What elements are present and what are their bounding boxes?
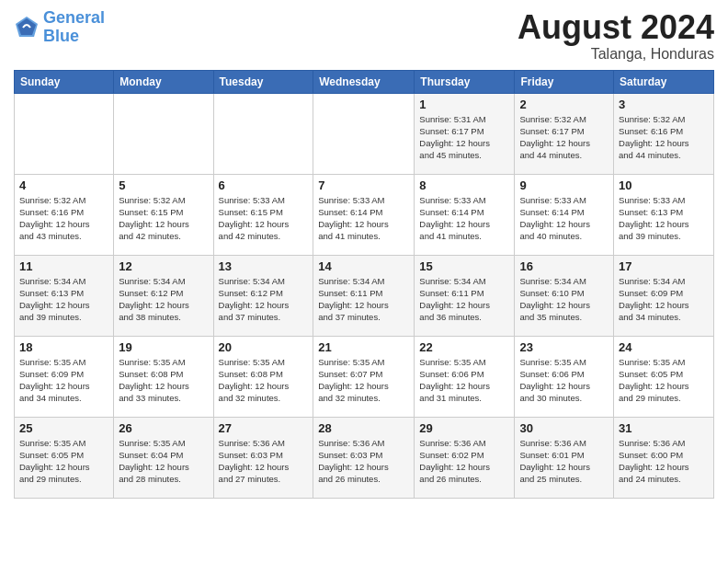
day-cell: 17Sunrise: 5:34 AM Sunset: 6:09 PM Dayli… — [614, 255, 714, 336]
day-cell: 22Sunrise: 5:35 AM Sunset: 6:06 PM Dayli… — [415, 336, 515, 417]
col-monday: Monday — [114, 70, 213, 93]
week-row-4: 18Sunrise: 5:35 AM Sunset: 6:09 PM Dayli… — [15, 336, 714, 417]
day-info: Sunrise: 5:32 AM Sunset: 6:16 PM Dayligh… — [19, 194, 108, 243]
day-cell: 14Sunrise: 5:34 AM Sunset: 6:11 PM Dayli… — [313, 255, 415, 336]
day-number: 10 — [619, 178, 709, 192]
day-info: Sunrise: 5:32 AM Sunset: 6:17 PM Dayligh… — [519, 113, 609, 162]
day-number: 21 — [318, 340, 409, 354]
day-cell — [213, 93, 313, 174]
day-info: Sunrise: 5:35 AM Sunset: 6:08 PM Dayligh… — [119, 356, 208, 405]
title-block: August 2024 Talanga, Honduras — [518, 9, 714, 63]
day-number: 6 — [219, 178, 309, 192]
day-info: Sunrise: 5:33 AM Sunset: 6:15 PM Dayligh… — [219, 194, 309, 243]
day-cell: 19Sunrise: 5:35 AM Sunset: 6:08 PM Dayli… — [114, 336, 213, 417]
day-info: Sunrise: 5:31 AM Sunset: 6:17 PM Dayligh… — [419, 113, 509, 162]
day-cell: 30Sunrise: 5:36 AM Sunset: 6:01 PM Dayli… — [515, 417, 614, 498]
week-row-3: 11Sunrise: 5:34 AM Sunset: 6:13 PM Dayli… — [15, 255, 714, 336]
day-info: Sunrise: 5:33 AM Sunset: 6:14 PM Dayligh… — [318, 194, 409, 243]
day-info: Sunrise: 5:36 AM Sunset: 6:03 PM Dayligh… — [219, 437, 309, 486]
day-number: 23 — [519, 340, 609, 354]
day-cell: 31Sunrise: 5:36 AM Sunset: 6:00 PM Dayli… — [614, 417, 714, 498]
day-info: Sunrise: 5:36 AM Sunset: 6:00 PM Dayligh… — [619, 437, 709, 486]
day-number: 11 — [19, 259, 108, 273]
day-number: 20 — [219, 340, 309, 354]
day-info: Sunrise: 5:35 AM Sunset: 6:07 PM Dayligh… — [318, 356, 409, 405]
day-cell: 28Sunrise: 5:36 AM Sunset: 6:03 PM Dayli… — [313, 417, 415, 498]
day-number: 31 — [619, 421, 709, 435]
calendar-table: Sunday Monday Tuesday Wednesday Thursday… — [14, 70, 714, 499]
day-number: 14 — [318, 259, 409, 273]
day-info: Sunrise: 5:34 AM Sunset: 6:10 PM Dayligh… — [519, 275, 609, 324]
day-info: Sunrise: 5:35 AM Sunset: 6:05 PM Dayligh… — [619, 356, 709, 405]
day-info: Sunrise: 5:36 AM Sunset: 6:03 PM Dayligh… — [318, 437, 409, 486]
day-info: Sunrise: 5:34 AM Sunset: 6:13 PM Dayligh… — [19, 275, 108, 324]
day-number: 22 — [419, 340, 509, 354]
header-row: Sunday Monday Tuesday Wednesday Thursday… — [15, 70, 714, 93]
day-cell: 21Sunrise: 5:35 AM Sunset: 6:07 PM Dayli… — [313, 336, 415, 417]
day-cell: 13Sunrise: 5:34 AM Sunset: 6:12 PM Dayli… — [213, 255, 313, 336]
day-cell: 6Sunrise: 5:33 AM Sunset: 6:15 PM Daylig… — [213, 174, 313, 255]
day-info: Sunrise: 5:36 AM Sunset: 6:01 PM Dayligh… — [519, 437, 609, 486]
day-cell: 15Sunrise: 5:34 AM Sunset: 6:11 PM Dayli… — [415, 255, 515, 336]
day-cell: 8Sunrise: 5:33 AM Sunset: 6:14 PM Daylig… — [415, 174, 515, 255]
day-info: Sunrise: 5:35 AM Sunset: 6:09 PM Dayligh… — [19, 356, 108, 405]
day-number: 7 — [318, 178, 409, 192]
day-cell: 25Sunrise: 5:35 AM Sunset: 6:05 PM Dayli… — [15, 417, 114, 498]
day-info: Sunrise: 5:35 AM Sunset: 6:06 PM Dayligh… — [519, 356, 609, 405]
col-saturday: Saturday — [614, 70, 714, 93]
day-number: 5 — [119, 178, 208, 192]
day-cell: 1Sunrise: 5:31 AM Sunset: 6:17 PM Daylig… — [415, 93, 515, 174]
day-cell: 7Sunrise: 5:33 AM Sunset: 6:14 PM Daylig… — [313, 174, 415, 255]
col-friday: Friday — [515, 70, 614, 93]
day-info: Sunrise: 5:35 AM Sunset: 6:04 PM Dayligh… — [119, 437, 208, 486]
day-info: Sunrise: 5:36 AM Sunset: 6:02 PM Dayligh… — [419, 437, 509, 486]
calendar-body: 1Sunrise: 5:31 AM Sunset: 6:17 PM Daylig… — [15, 93, 714, 498]
day-number: 24 — [619, 340, 709, 354]
day-number: 15 — [419, 259, 509, 273]
day-info: Sunrise: 5:34 AM Sunset: 6:09 PM Dayligh… — [619, 275, 709, 324]
day-cell: 18Sunrise: 5:35 AM Sunset: 6:09 PM Dayli… — [15, 336, 114, 417]
day-number: 25 — [19, 421, 108, 435]
day-number: 17 — [619, 259, 709, 273]
day-info: Sunrise: 5:32 AM Sunset: 6:16 PM Dayligh… — [619, 113, 709, 162]
logo-line1: General — [43, 8, 105, 27]
logo-icon — [14, 15, 40, 40]
header: General Blue August 2024 Talanga, Hondur… — [14, 9, 714, 63]
day-cell — [313, 93, 415, 174]
week-row-5: 25Sunrise: 5:35 AM Sunset: 6:05 PM Dayli… — [15, 417, 714, 498]
month-title: August 2024 — [518, 9, 714, 46]
logo-text: General Blue — [43, 9, 105, 46]
day-number: 26 — [119, 421, 208, 435]
col-thursday: Thursday — [415, 70, 515, 93]
day-cell — [114, 93, 213, 174]
day-cell: 9Sunrise: 5:33 AM Sunset: 6:14 PM Daylig… — [515, 174, 614, 255]
logo: General Blue — [14, 9, 105, 46]
week-row-1: 1Sunrise: 5:31 AM Sunset: 6:17 PM Daylig… — [15, 93, 714, 174]
day-cell: 16Sunrise: 5:34 AM Sunset: 6:10 PM Dayli… — [515, 255, 614, 336]
day-number: 13 — [219, 259, 309, 273]
day-info: Sunrise: 5:35 AM Sunset: 6:05 PM Dayligh… — [19, 437, 108, 486]
day-info: Sunrise: 5:33 AM Sunset: 6:14 PM Dayligh… — [519, 194, 609, 243]
day-cell: 26Sunrise: 5:35 AM Sunset: 6:04 PM Dayli… — [114, 417, 213, 498]
page: General Blue August 2024 Talanga, Hondur… — [0, 0, 728, 563]
day-number: 2 — [519, 98, 609, 111]
day-info: Sunrise: 5:34 AM Sunset: 6:11 PM Dayligh… — [419, 275, 509, 324]
day-number: 8 — [419, 178, 509, 192]
day-cell — [15, 93, 114, 174]
day-cell: 5Sunrise: 5:32 AM Sunset: 6:15 PM Daylig… — [114, 174, 213, 255]
day-info: Sunrise: 5:34 AM Sunset: 6:12 PM Dayligh… — [119, 275, 208, 324]
col-wednesday: Wednesday — [313, 70, 415, 93]
day-cell: 3Sunrise: 5:32 AM Sunset: 6:16 PM Daylig… — [614, 93, 714, 174]
day-info: Sunrise: 5:33 AM Sunset: 6:14 PM Dayligh… — [419, 194, 509, 243]
day-number: 28 — [318, 421, 409, 435]
day-number: 3 — [619, 98, 709, 111]
day-number: 27 — [219, 421, 309, 435]
day-info: Sunrise: 5:34 AM Sunset: 6:12 PM Dayligh… — [219, 275, 309, 324]
day-cell: 10Sunrise: 5:33 AM Sunset: 6:13 PM Dayli… — [614, 174, 714, 255]
week-row-2: 4Sunrise: 5:32 AM Sunset: 6:16 PM Daylig… — [15, 174, 714, 255]
day-cell: 23Sunrise: 5:35 AM Sunset: 6:06 PM Dayli… — [515, 336, 614, 417]
col-sunday: Sunday — [15, 70, 114, 93]
day-number: 29 — [419, 421, 509, 435]
day-cell: 2Sunrise: 5:32 AM Sunset: 6:17 PM Daylig… — [515, 93, 614, 174]
day-number: 4 — [19, 178, 108, 192]
